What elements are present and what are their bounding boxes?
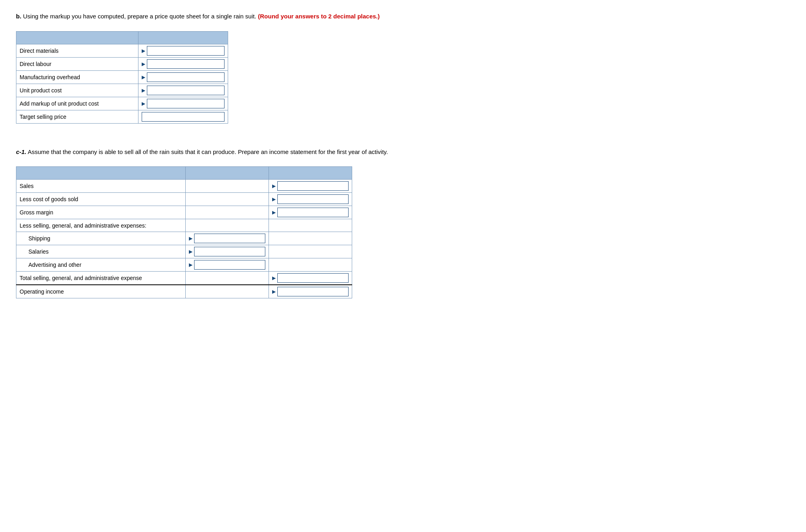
income-row-label: Shipping xyxy=(16,232,186,245)
input-arrow-icon: ▶ xyxy=(142,61,145,67)
income-row-col-mid xyxy=(186,219,269,232)
income-row-col-mid xyxy=(186,272,269,285)
price-quote-row-label: Add markup of unit product cost xyxy=(16,97,138,110)
price-quote-row: Manufacturing overhead▶ xyxy=(16,70,228,84)
income-row-label: Salaries xyxy=(16,245,186,258)
input-arrow-icon: ▶ xyxy=(189,236,192,241)
price-quote-row-label: Manufacturing overhead xyxy=(16,70,138,84)
income-row-col-mid: ▶ xyxy=(186,258,269,272)
income-row-label: Operating income xyxy=(16,285,186,298)
input-arrow-icon: ▶ xyxy=(142,48,145,54)
income-row-col-right xyxy=(269,232,352,245)
price-quote-row: Direct materials▶ xyxy=(16,44,228,57)
income-statement-table: Sales▶Less cost of goods sold▶Gross marg… xyxy=(16,166,352,298)
income-mid-input[interactable] xyxy=(194,234,265,243)
price-quote-row: Unit product cost▶ xyxy=(16,84,228,97)
income-row-col-right: ▶ xyxy=(269,285,352,298)
income-row-col-right xyxy=(269,245,352,258)
income-row: Operating income▶ xyxy=(16,285,352,298)
income-row-col-right xyxy=(269,258,352,272)
income-mid-input[interactable] xyxy=(194,247,265,256)
income-row-col-right: ▶ xyxy=(269,272,352,285)
income-row-col-mid xyxy=(186,193,269,206)
income-row-col-mid: ▶ xyxy=(186,232,269,245)
income-row-label: Total selling, general, and administrati… xyxy=(16,272,186,285)
price-quote-row-label: Unit product cost xyxy=(16,84,138,97)
price-quote-row-input-cell xyxy=(138,110,228,123)
income-row: Shipping▶ xyxy=(16,232,352,245)
income-row: Less cost of goods sold▶ xyxy=(16,193,352,206)
income-right-input[interactable] xyxy=(277,273,349,283)
income-row-col-mid xyxy=(186,285,269,298)
price-quote-row-input-cell: ▶ xyxy=(138,84,228,97)
input-arrow-icon: ▶ xyxy=(272,196,276,202)
price-quote-row: Direct labour▶ xyxy=(16,57,228,70)
income-row-col-right: ▶ xyxy=(269,180,352,193)
income-header-col-right xyxy=(269,167,352,180)
price-quote-input[interactable] xyxy=(147,72,225,82)
price-quote-input[interactable] xyxy=(147,46,225,56)
income-header-col-mid xyxy=(186,167,269,180)
income-row: Less selling, general, and administrativ… xyxy=(16,219,352,232)
price-quote-table: Direct materials▶Direct labour▶Manufactu… xyxy=(16,31,228,124)
input-arrow-icon: ▶ xyxy=(272,289,276,294)
input-arrow-icon: ▶ xyxy=(142,101,145,106)
input-arrow-icon: ▶ xyxy=(272,183,276,189)
input-arrow-icon: ▶ xyxy=(272,210,276,215)
income-row-col-mid xyxy=(186,206,269,219)
income-row: Gross margin▶ xyxy=(16,206,352,219)
question-b-red: (Round your answers to 2 decimal places.… xyxy=(256,13,379,20)
price-quote-row-input-cell: ▶ xyxy=(138,44,228,57)
income-row: Salaries▶ xyxy=(16,245,352,258)
section-c1: c-1. Assume that the company is able to … xyxy=(16,148,790,299)
income-row-col-right xyxy=(269,219,352,232)
section-b: b. Using the markup you have computed, p… xyxy=(16,12,790,124)
price-quote-row-input-cell: ▶ xyxy=(138,57,228,70)
price-quote-input[interactable] xyxy=(147,86,225,95)
input-arrow-icon: ▶ xyxy=(142,88,145,93)
income-header-row xyxy=(16,167,352,180)
income-row-col-right: ▶ xyxy=(269,193,352,206)
income-row: Advertising and other▶ xyxy=(16,258,352,272)
input-arrow-icon: ▶ xyxy=(189,249,192,254)
income-row-label: Gross margin xyxy=(16,206,186,219)
input-arrow-icon: ▶ xyxy=(142,74,145,80)
price-quote-row-input-cell: ▶ xyxy=(138,70,228,84)
income-row-label: Sales xyxy=(16,180,186,193)
income-header-label xyxy=(16,167,186,180)
input-arrow-icon: ▶ xyxy=(272,275,276,281)
question-b-label: b. xyxy=(16,13,21,20)
section-c1-question: c-1. Assume that the company is able to … xyxy=(16,148,656,157)
income-row: Total selling, general, and administrati… xyxy=(16,272,352,285)
question-b-text: Using the markup you have computed, prep… xyxy=(21,13,256,20)
income-row-label: Less cost of goods sold xyxy=(16,193,186,206)
section-b-question: b. Using the markup you have computed, p… xyxy=(16,12,656,21)
price-quote-row-input-cell: ▶ xyxy=(138,97,228,110)
price-quote-input[interactable] xyxy=(147,59,225,69)
price-quote-row-label: Direct labour xyxy=(16,57,138,70)
input-arrow-icon: ▶ xyxy=(189,262,192,268)
income-row-col-mid xyxy=(186,180,269,193)
income-right-input[interactable] xyxy=(277,181,349,191)
income-mid-input[interactable] xyxy=(194,260,265,270)
income-right-input[interactable] xyxy=(277,287,349,296)
price-quote-header-value xyxy=(138,31,228,44)
question-c1-label: c-1. xyxy=(16,148,26,155)
question-c1-text: Assume that the company is able to sell … xyxy=(26,148,388,155)
price-quote-input[interactable] xyxy=(142,112,225,122)
price-quote-row-label: Direct materials xyxy=(16,44,138,57)
price-quote-header-label xyxy=(16,31,138,44)
income-row: Sales▶ xyxy=(16,180,352,193)
income-right-input[interactable] xyxy=(277,194,349,204)
price-quote-input[interactable] xyxy=(147,99,225,108)
price-quote-row-label: Target selling price xyxy=(16,110,138,123)
price-quote-header-row xyxy=(16,31,228,44)
income-right-input[interactable] xyxy=(277,208,349,217)
income-row-label: Advertising and other xyxy=(16,258,186,272)
income-row-col-right: ▶ xyxy=(269,206,352,219)
income-row-label: Less selling, general, and administrativ… xyxy=(16,219,186,232)
price-quote-row: Add markup of unit product cost▶ xyxy=(16,97,228,110)
price-quote-row: Target selling price xyxy=(16,110,228,123)
income-row-col-mid: ▶ xyxy=(186,245,269,258)
